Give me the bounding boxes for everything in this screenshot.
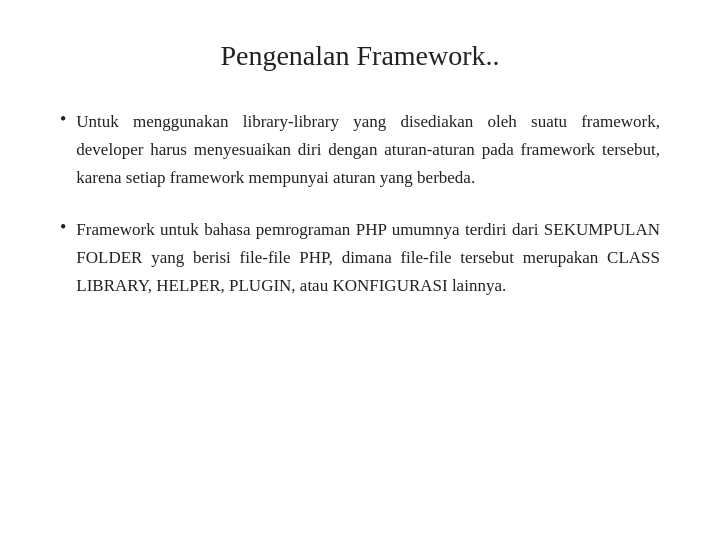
page-title: Pengenalan Framework..	[220, 40, 499, 72]
list-item: • Framework untuk bahasa pemrograman PHP…	[60, 216, 660, 300]
content-area: • Untuk menggunakan library-library yang…	[60, 108, 660, 324]
bullet-dot-2: •	[60, 217, 66, 238]
list-item: • Untuk menggunakan library-library yang…	[60, 108, 660, 192]
bullet-text-2: Framework untuk bahasa pemrograman PHP u…	[76, 216, 660, 300]
bullet-dot-1: •	[60, 109, 66, 130]
bullet-text-1: Untuk menggunakan library-library yang d…	[76, 108, 660, 192]
